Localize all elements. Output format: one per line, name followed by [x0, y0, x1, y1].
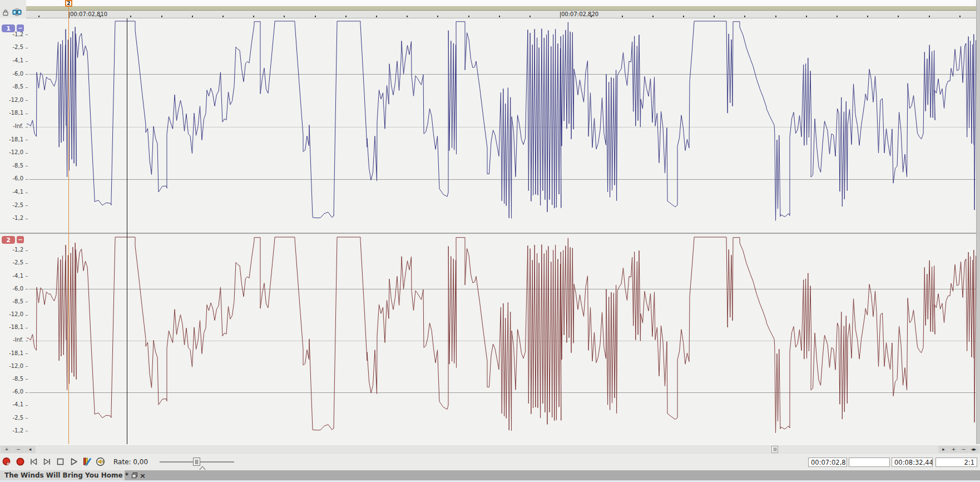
- go-to-end-icon: [42, 456, 52, 467]
- record-icon: [15, 456, 26, 467]
- ruler-minor-tick: [775, 16, 776, 17]
- marker-flag-2[interactable]: 2: [65, 0, 72, 7]
- ruler-major-tick: [69, 12, 70, 18]
- hscroll-thumb[interactable]: [771, 446, 778, 453]
- waveform-trace: [0, 18, 976, 233]
- ruler-minor-tick: [837, 16, 838, 17]
- rate-label: Rate: 0,00: [113, 458, 148, 466]
- restore-window-icon[interactable]: [132, 473, 137, 478]
- transport-bar: Rate: 0,00 00:07:02,811 00:08:32,447 2:1: [0, 454, 980, 470]
- playhead-cursor-line: [127, 18, 127, 444]
- record-pause-button[interactable]: [1, 456, 13, 468]
- rate-slider-thumb[interactable]: [193, 458, 200, 466]
- marker-bar: [26, 0, 976, 6]
- ruler-minor-tick: [683, 16, 684, 17]
- ruler-minor-tick: [622, 16, 623, 17]
- play-device-button[interactable]: [95, 456, 106, 468]
- ruler-timestamp: 00:07:02,810: [70, 11, 107, 17]
- ruler-minor-tick: [437, 16, 438, 17]
- ruler-minor-tick: [253, 16, 254, 17]
- ruler-minor-tick: [161, 16, 162, 17]
- waveform-trace: [0, 234, 976, 445]
- ruler-minor-tick: [407, 16, 408, 17]
- lock-icon: [2, 9, 9, 16]
- close-tab-icon[interactable]: ×: [140, 472, 146, 479]
- hscroll-button-left-1[interactable]: −: [13, 446, 24, 453]
- time-ruler[interactable]: 00:07:02,81000:07:02,820: [26, 11, 976, 18]
- stop-icon: [55, 456, 66, 467]
- ruler-minor-tick: [38, 16, 39, 17]
- channel-1-badge[interactable]: 1: [2, 24, 15, 32]
- hscroll-button-left-0[interactable]: +: [1, 446, 12, 453]
- ruler-minor-tick: [806, 16, 807, 17]
- marker-cursor-line[interactable]: [68, 7, 69, 444]
- hscroll-track[interactable]: [36, 446, 938, 453]
- ruler-minor-tick: [284, 16, 285, 17]
- go-to-start-icon: [28, 456, 39, 467]
- ruler-minor-tick: [315, 16, 316, 17]
- ruler-minor-tick: [959, 16, 961, 17]
- ruler-minor-tick: [867, 16, 868, 17]
- ruler-minor-tick: [499, 16, 500, 17]
- horizontal-scrollbar[interactable]: +−◂▸+−◂▸: [0, 444, 980, 454]
- channel-1-collapse-button[interactable]: −: [17, 24, 24, 32]
- hscroll-button-right-2[interactable]: −: [959, 446, 968, 453]
- loop-region-strip[interactable]: [26, 6, 977, 11]
- document-title: The Winds Will Bring You Home *: [4, 471, 128, 479]
- ruler-minor-tick: [652, 16, 654, 17]
- ruler-minor-tick: [744, 16, 745, 17]
- ruler-minor-tick: [345, 16, 347, 17]
- stop-button[interactable]: [55, 456, 66, 468]
- record-button[interactable]: [14, 456, 26, 468]
- play-device-icon: [95, 456, 106, 467]
- channel-1-waveform[interactable]: 1 − -1,2-2,5-4,1-6,0-8,5-12,0-18,1-Inf.-…: [0, 18, 976, 233]
- ruler-minor-tick: [929, 16, 930, 17]
- vertical-scrollbar[interactable]: [976, 0, 980, 444]
- go-to-start-button[interactable]: [28, 456, 39, 468]
- hscroll-button-right-1[interactable]: +: [949, 446, 958, 453]
- hscroll-button-right-0[interactable]: ▸: [939, 446, 948, 453]
- ruler-minor-tick: [591, 16, 592, 17]
- ruler-minor-tick: [468, 16, 469, 17]
- marker-pen-icon: [82, 456, 92, 467]
- ruler-corner: [0, 0, 26, 18]
- record-pause-icon: [2, 456, 12, 467]
- ruler-minor-tick: [376, 16, 377, 17]
- ruler-minor-tick: [714, 16, 715, 17]
- document-tab[interactable]: The Winds Will Bring You Home * ×: [0, 470, 125, 480]
- ruler-minor-tick: [529, 16, 531, 17]
- ruler-minor-tick: [130, 16, 131, 17]
- ruler-major-tick: [560, 12, 561, 18]
- hscroll-button-right-3[interactable]: ◂▸: [969, 446, 978, 453]
- hscroll-button-left-2[interactable]: ◂: [24, 446, 36, 453]
- ruler-minor-tick: [192, 16, 193, 17]
- ruler-minor-tick: [898, 16, 899, 17]
- document-tab-bar: The Winds Will Bring You Home * ×: [0, 470, 980, 480]
- ruler-minor-tick: [100, 16, 101, 17]
- channel-2-badge[interactable]: 2: [2, 236, 15, 244]
- waveform-region[interactable]: 1 − -1,2-2,5-4,1-6,0-8,5-12,0-18,1-Inf.-…: [0, 18, 976, 444]
- ruler-minor-tick: [222, 16, 224, 17]
- rate-slider-pointer: [199, 466, 206, 470]
- audio-editor-window: 00:07:02,81000:07:02,820 2 1 − -1,2-2,5-…: [0, 0, 980, 482]
- channel-2-collapse-button[interactable]: −: [17, 236, 24, 243]
- marker-pen-button[interactable]: [81, 456, 93, 468]
- play-button[interactable]: [68, 456, 80, 468]
- ruler-timestamp: 00:07:02,820: [561, 11, 598, 17]
- position-display[interactable]: 00:07:02,811: [808, 458, 847, 467]
- zoom-ratio-display[interactable]: 2:1: [936, 458, 977, 467]
- length-display[interactable]: 00:08:32,447: [892, 458, 933, 467]
- channel-2-waveform[interactable]: 2 − -1,2-2,5-4,1-6,0-8,5-12,0-18,1-Inf.-…: [0, 234, 976, 445]
- go-to-end-button[interactable]: [41, 456, 53, 468]
- loop-markers-icon: [12, 8, 22, 17]
- play-icon: [68, 456, 79, 467]
- selection-display[interactable]: [849, 458, 890, 467]
